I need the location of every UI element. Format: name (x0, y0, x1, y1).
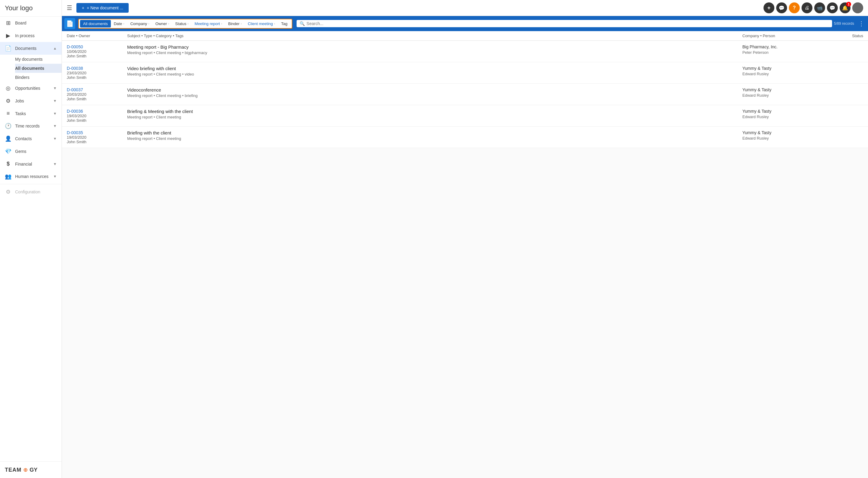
table-row[interactable]: D-00037 20/03/2020 John Smith Videoconfe… (62, 84, 868, 105)
header-status: Status (827, 33, 863, 38)
sidebar-item-all-documents[interactable]: All documents (15, 64, 62, 73)
filter-tab-tag[interactable]: Tag (278, 20, 290, 28)
chevron-icon: › (188, 22, 188, 25)
sidebar-divider (0, 184, 62, 184)
sidebar-item-opportunities[interactable]: ◎ Opportunities ▼ (0, 82, 62, 95)
print-button[interactable]: 🖨 (802, 2, 812, 13)
app-logo: Your logo (0, 0, 62, 17)
filter-tab-label: Owner (155, 22, 167, 26)
new-document-button[interactable]: + + New document ... (76, 3, 129, 13)
doc-meta: Meeting report • Client meeting (127, 115, 742, 119)
sidebar-item-financial[interactable]: $ Financial ▼ (0, 158, 62, 170)
table-row[interactable]: D-00035 19/03/2020 John Smith Briefing w… (62, 127, 868, 148)
contacts-icon: 👤 (5, 136, 11, 142)
sidebar-item-contacts[interactable]: 👤 Contacts ▼ (0, 132, 62, 145)
company-person: Edward Rusley (742, 115, 827, 119)
sidebar-footer: TEAM ⊕ GY (0, 461, 62, 478)
row-date-owner: D-00035 19/03/2020 John Smith (67, 130, 127, 144)
sidebar-item-label: Configuration (15, 189, 40, 194)
row-company: Yummy & Tasty Edward Rusley (742, 130, 827, 141)
jobs-arrow-icon: ▼ (53, 99, 57, 103)
table-body: D-00050 10/06/2020 John Smith Meeting re… (62, 41, 868, 148)
sidebar-item-label: Jobs (15, 98, 24, 103)
table-row[interactable]: D-00036 19/03/2020 John Smith Briefing &… (62, 105, 868, 127)
filter-tab-binder[interactable]: Binder › (225, 20, 245, 28)
comment-button[interactable]: 💬 (827, 2, 838, 13)
sidebar-item-my-documents[interactable]: My documents (15, 55, 62, 64)
filter-tab-label: All documents (83, 22, 108, 26)
filter-tab-client-meeting[interactable]: Client meeting › (245, 20, 278, 28)
chat-button[interactable]: 💬 (776, 2, 787, 13)
filter-tab-owner[interactable]: Owner › (152, 20, 172, 28)
sidebar-item-label: Tasks (15, 111, 26, 116)
doc-id: D-00038 (67, 66, 127, 71)
doc-id: D-00036 (67, 109, 127, 114)
video-button[interactable]: 📹 (814, 2, 825, 13)
time-records-icon: 🕐 (5, 123, 11, 129)
sidebar-item-in-process[interactable]: ▶ In process (0, 29, 62, 42)
chevron-icon: › (168, 22, 169, 25)
doc-date: 10/06/2020 (67, 49, 127, 54)
company-person: Edward Rusley (742, 93, 827, 98)
sidebar-item-time-records[interactable]: 🕐 Time records ▼ (0, 120, 62, 132)
filter-tab-status[interactable]: Status › (172, 20, 191, 28)
sidebar-item-label: Contacts (15, 136, 32, 141)
doc-meta: Meeting report • Client meeting • bigpha… (127, 51, 742, 55)
search-area: 🔍 (297, 20, 832, 27)
filter-tab-label: Tag (281, 22, 287, 26)
add-button[interactable]: + (764, 2, 774, 13)
sidebar-item-label: Time records (15, 124, 39, 128)
company-name: Yummy & Tasty (742, 87, 827, 92)
search-input[interactable] (307, 21, 829, 26)
table-row[interactable]: D-00050 10/06/2020 John Smith Meeting re… (62, 41, 868, 62)
doc-subject: Meeting report - Big Pharmacy (127, 44, 742, 50)
chevron-icon: › (241, 22, 242, 25)
tasks-arrow-icon: ▼ (53, 112, 57, 116)
content-area: 📄 All documents Date › Company › Owner › (62, 16, 868, 478)
help-button[interactable]: ? (789, 2, 800, 13)
company-person: Edward Rusley (742, 136, 827, 141)
sidebar-item-configuration[interactable]: ⚙ Configuration (0, 185, 62, 198)
topbar: ☰ + + New document ... + 💬 ? 🖨 📹 💬 (62, 0, 868, 16)
human-resources-icon: 👥 (5, 173, 11, 180)
documents-arrow-icon: ▲ (53, 46, 57, 51)
sidebar-item-board[interactable]: ⊞ Board (0, 17, 62, 29)
company-person: Edward Rusley (742, 71, 827, 76)
print-icon: 🖨 (805, 5, 809, 10)
chat-icon: 💬 (779, 5, 785, 11)
opportunities-arrow-icon: ▼ (53, 86, 57, 90)
doc-date: 23/03/2020 (67, 71, 127, 75)
user-avatar-button[interactable] (852, 2, 863, 13)
teamogy-logo-area: TEAM ⊕ GY (5, 467, 57, 473)
chevron-icon: › (148, 22, 149, 25)
company-name: Big Pharmacy, Inc. (742, 44, 827, 49)
in-process-icon: ▶ (5, 32, 11, 39)
filter-tab-date[interactable]: Date › (111, 20, 127, 28)
sidebar-item-human-resources[interactable]: 👥 Human resources ▼ (0, 170, 62, 183)
more-options-button[interactable]: ⋮ (857, 19, 866, 28)
filter-tab-all-documents[interactable]: All documents (80, 20, 111, 28)
filter-tab-label: Status (175, 22, 186, 26)
row-date-owner: D-00038 23/03/2020 John Smith (67, 66, 127, 80)
sidebar-item-tasks[interactable]: ≡ Tasks ▼ (0, 107, 62, 120)
my-documents-label: My documents (15, 57, 42, 62)
filter-tab-company[interactable]: Company › (127, 20, 152, 28)
doc-subject: Videoconference (127, 87, 742, 92)
sidebar-item-documents[interactable]: 📄 Documents ▲ (0, 42, 62, 55)
doc-owner: John Smith (67, 140, 127, 144)
notification-button[interactable]: 🔔 1 (840, 2, 850, 13)
sidebar-item-binders[interactable]: Binders (15, 73, 62, 82)
opportunities-icon: ◎ (5, 85, 11, 92)
sidebar-item-gems[interactable]: 💎 Gems (0, 145, 62, 158)
table-row[interactable]: D-00038 23/03/2020 John Smith Video brie… (62, 62, 868, 84)
hamburger-icon[interactable]: ☰ (67, 4, 72, 11)
row-subject: Videoconference Meeting report • Client … (127, 87, 742, 98)
sidebar-item-jobs[interactable]: ⚙ Jobs ▼ (0, 95, 62, 107)
sidebar-item-label: Human resources (15, 174, 49, 179)
doc-meta: Meeting report • Client meeting (127, 136, 742, 141)
chevron-icon: › (274, 22, 275, 25)
filter-tab-meeting-report[interactable]: Meeting report › (191, 20, 225, 28)
topbar-icons: + 💬 ? 🖨 📹 💬 🔔 1 (764, 2, 863, 13)
time-records-arrow-icon: ▼ (53, 124, 57, 128)
teamogy-logo-suffix: GY (30, 467, 37, 473)
